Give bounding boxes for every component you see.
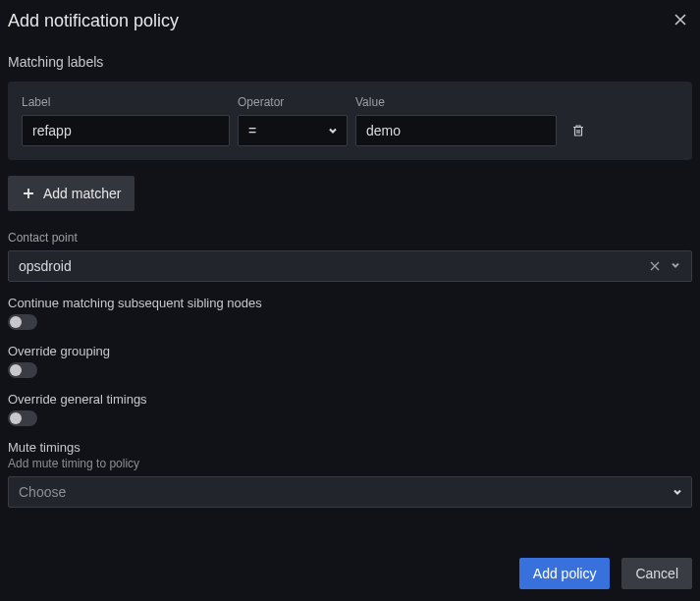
- contact-point-value: opsdroid: [19, 258, 644, 274]
- mute-timings-placeholder: Choose: [19, 484, 66, 500]
- override-timings-toggle[interactable]: [8, 410, 37, 426]
- dialog-title: Add notification policy: [8, 11, 179, 31]
- add-matcher-button[interactable]: Add matcher: [8, 176, 135, 211]
- dialog-footer: Add policy Cancel: [0, 546, 700, 601]
- close-icon: [650, 261, 660, 271]
- matchers-container: Label Operator = Value: [8, 82, 692, 160]
- delete-matcher-button[interactable]: [565, 115, 592, 146]
- contact-point-select[interactable]: opsdroid: [8, 250, 692, 282]
- chevron-down-icon: [327, 125, 339, 137]
- matching-labels-heading: Matching labels: [0, 34, 700, 82]
- override-grouping-toggle[interactable]: [8, 362, 37, 378]
- cancel-button[interactable]: Cancel: [621, 558, 692, 589]
- plus-icon: [22, 187, 35, 200]
- label-field-label: Label: [22, 95, 230, 109]
- operator-select[interactable]: =: [238, 115, 348, 146]
- value-field-label: Value: [355, 95, 557, 109]
- contact-point-label: Contact point: [8, 231, 692, 245]
- continue-toggle-label: Continue matching subsequent sibling nod…: [8, 296, 692, 310]
- matcher-row: Label Operator = Value: [22, 95, 678, 146]
- chevron-down-icon: [672, 486, 683, 498]
- label-input[interactable]: [22, 115, 230, 146]
- contact-dropdown-toggle[interactable]: [666, 258, 685, 274]
- close-button[interactable]: [669, 8, 692, 34]
- continue-toggle[interactable]: [8, 314, 37, 330]
- operator-field-label: Operator: [238, 95, 348, 109]
- operator-value: =: [248, 123, 256, 138]
- add-matcher-label: Add matcher: [43, 186, 121, 201]
- value-input[interactable]: [355, 115, 557, 146]
- add-policy-button[interactable]: Add policy: [519, 558, 611, 589]
- chevron-down-icon: [670, 259, 681, 271]
- clear-contact-button[interactable]: [644, 258, 666, 274]
- close-icon: [673, 12, 688, 27]
- override-grouping-toggle-label: Override grouping: [8, 344, 692, 358]
- trash-icon: [571, 124, 585, 137]
- override-timings-toggle-label: Override general timings: [8, 392, 692, 407]
- mute-timings-label: Mute timings: [8, 440, 692, 455]
- mute-timings-select[interactable]: Choose: [8, 476, 692, 508]
- mute-timings-subtitle: Add mute timing to policy: [8, 457, 692, 470]
